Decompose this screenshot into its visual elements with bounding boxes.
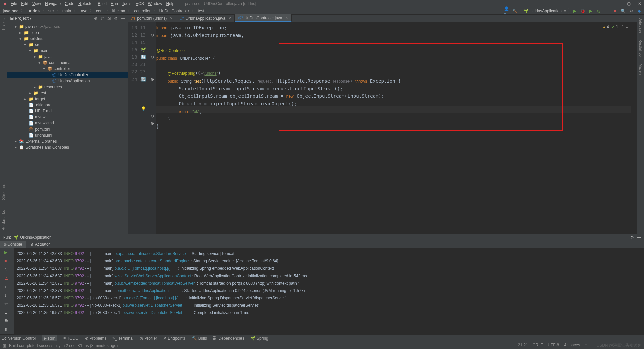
stop-run-icon[interactable]: ■ — [4, 259, 10, 264]
exit-icon[interactable]: ⏏ — [4, 276, 10, 281]
tree-node[interactable]: 📄urldns.iml — [7, 132, 128, 138]
crumb-item[interactable]: urldns — [27, 9, 40, 13]
tool-spring[interactable]: 🌱Spring — [250, 336, 268, 341]
crumb-item[interactable]: src — [48, 9, 54, 13]
menu-edit[interactable]: Edit — [21, 1, 28, 6]
stop-icon[interactable]: ■ — [612, 9, 617, 13]
hide-icon[interactable]: — — [121, 16, 125, 21]
crumb-item[interactable]: UrlDnsController — [159, 9, 189, 13]
tree-node[interactable]: ▸📁test — [7, 90, 128, 96]
scroll-end-icon[interactable]: ⤓ — [4, 310, 10, 315]
crumb-item[interactable]: java-sec — [3, 9, 18, 13]
profile-icon[interactable]: ◷ — [596, 9, 601, 13]
expand-all-icon[interactable]: ⇵ — [101, 16, 104, 21]
inspections-widget[interactable]: 4 1 ⌃ ⌄ — [602, 24, 629, 29]
editor-tab[interactable]: ⒸUrlDnsController.java× — [235, 14, 291, 22]
menu-navigate[interactable]: Navigate — [45, 1, 61, 6]
tool-build[interactable]: 🔨Build — [192, 336, 207, 341]
run-tab-console[interactable]: ⎚ Console — [0, 241, 26, 248]
learn-icon[interactable]: ◆ — [637, 9, 641, 13]
tree-node[interactable]: ▾📦controller — [7, 66, 128, 72]
run-configuration-selector[interactable]: 🌱 UrldnsApplication ▾ — [521, 8, 569, 14]
inspections-chevron-icon[interactable]: ⌃ ⌄ — [621, 24, 629, 29]
status-item[interactable]: CRLF — [533, 343, 543, 348]
crumb-item[interactable]: main — [62, 9, 71, 13]
collapse-all-icon[interactable]: ⇲ — [107, 16, 111, 21]
editor-tab[interactable]: ⒸUrldnsApplication.java× — [176, 14, 235, 22]
tool-todo[interactable]: ≡TODO — [63, 336, 78, 341]
run-tab-actuator[interactable]: ⋔ Actuator — [26, 241, 54, 248]
status-indicator-icon[interactable]: ▣ — [3, 343, 6, 348]
tree-node[interactable]: ⒸUrlDnsController — [7, 72, 128, 78]
right-tool-maven[interactable]: Maven — [639, 64, 643, 75]
select-opened-file-icon[interactable]: ⊕ — [94, 16, 97, 21]
status-item[interactable]: 4 spaces — [564, 343, 580, 348]
minimize-icon[interactable]: — — [615, 1, 620, 6]
crumb-item[interactable]: java — [80, 9, 87, 13]
tool-problems[interactable]: ⊘Problems — [85, 336, 107, 341]
menu-help[interactable]: Help — [166, 1, 174, 6]
attach-icon[interactable]: … — [604, 9, 609, 13]
tree-node[interactable]: ▸📁.idea — [7, 30, 128, 36]
breadcrumb[interactable]: java-sec〉urldns〉src〉main〉java〉com〉itheim… — [3, 8, 204, 14]
bookmarks-tool-button[interactable]: Bookmarks — [1, 210, 6, 230]
project-view-selector[interactable]: ▣ Project ▾ — [10, 16, 32, 21]
restart-icon[interactable]: ↻ — [4, 267, 10, 272]
tree-node[interactable]: ▾📁main — [7, 48, 128, 54]
tool-run[interactable]: ▶Run — [42, 335, 57, 341]
menu-refactor[interactable]: Refactor — [78, 1, 94, 6]
tree-node[interactable]: 📄mvnw — [7, 114, 128, 120]
status-item[interactable]: ⌂ — [585, 343, 587, 348]
menu-vcs[interactable]: VCS — [136, 1, 144, 6]
search-everywhere-icon[interactable]: 🔍 — [621, 9, 625, 13]
project-tool-button[interactable]: Project — [1, 17, 6, 30]
tree-node[interactable]: ▸📁resources — [7, 84, 128, 90]
clear-icon[interactable]: 🗑 — [4, 327, 10, 333]
crumb-item[interactable]: test — [198, 9, 204, 13]
project-tree[interactable]: ▾📁java-sec F:\java-sec▸📁.idea▾📁urldns▾📁s… — [7, 22, 128, 234]
tool-dependencies[interactable]: ⛓Dependencies — [213, 336, 244, 341]
tab-close-icon[interactable]: × — [170, 16, 172, 21]
code-area[interactable]: 10 11 12 13 14 15 16 17 18 19 20 21 22 2… — [128, 22, 637, 234]
tree-node[interactable]: ▸📚External Libraries — [7, 138, 128, 144]
tab-close-icon[interactable]: × — [229, 16, 231, 21]
console-output[interactable]: 2022-06-26 11:34:42.633 INFO 9792 --- [ … — [14, 248, 644, 334]
right-tool-restfultool[interactable]: RestfulTool — [639, 39, 643, 57]
tree-node[interactable]: Ⓜpom.xml — [7, 126, 128, 132]
tree-node[interactable]: ▾📁src — [7, 42, 128, 48]
tree-node[interactable]: 📄mvnw.cmd — [7, 120, 128, 126]
menu-build[interactable]: Build — [98, 1, 107, 6]
run-settings-icon[interactable]: ⚙ — [630, 235, 634, 240]
status-item[interactable]: 21:21 — [518, 343, 528, 348]
tool-endpoints[interactable]: ↗Endpoints — [163, 336, 185, 341]
tree-node[interactable]: 📄.gitignore — [7, 102, 128, 108]
crumb-item[interactable]: com — [96, 9, 104, 13]
menu-tools[interactable]: Tools — [122, 1, 131, 6]
debug-icon[interactable]: 🐞 — [580, 9, 585, 13]
tool-terminal[interactable]: >_Terminal — [112, 336, 133, 341]
tree-node[interactable]: ▸📋Scratches and Consoles — [7, 144, 128, 150]
crumb-item[interactable]: controller — [134, 9, 150, 13]
menu-run[interactable]: Run — [111, 1, 118, 6]
tool-version-control[interactable]: ⎇Version Control — [2, 336, 36, 341]
tree-node[interactable]: ▾📦com.itheima — [7, 60, 128, 66]
print-icon[interactable]: 🖶 — [4, 318, 10, 324]
editor-tab[interactable]: mpom.xml (urldns)× — [128, 14, 176, 22]
project-settings-icon[interactable]: ⚙ — [114, 16, 118, 21]
tree-node[interactable]: 📄HELP.md — [7, 108, 128, 114]
structure-tool-button[interactable]: Structure — [1, 184, 6, 200]
gutter[interactable]: ⊖🌱🔄⊖🔄@ ⊖💡⊖⊖ — [148, 22, 156, 234]
run-hide-icon[interactable]: — — [637, 235, 641, 240]
tree-node[interactable]: ▾📁java-sec F:\java-sec — [7, 23, 128, 30]
menu-code[interactable]: Code — [65, 1, 74, 6]
status-item[interactable]: UTF-8 — [548, 343, 559, 348]
menu-view[interactable]: View — [32, 1, 41, 6]
close-icon[interactable]: ✕ — [638, 1, 641, 6]
rerun-icon[interactable]: ▶ — [4, 250, 10, 255]
tab-close-icon[interactable]: × — [286, 16, 288, 20]
tool-profiler[interactable]: ◷Profiler — [140, 336, 157, 341]
run-icon[interactable]: ▶ — [572, 9, 577, 13]
tree-node[interactable]: ⒸUrldnsApplication — [7, 78, 128, 84]
build-icon[interactable]: 🔨 — [513, 9, 517, 13]
maximize-icon[interactable]: ▢ — [627, 1, 631, 6]
